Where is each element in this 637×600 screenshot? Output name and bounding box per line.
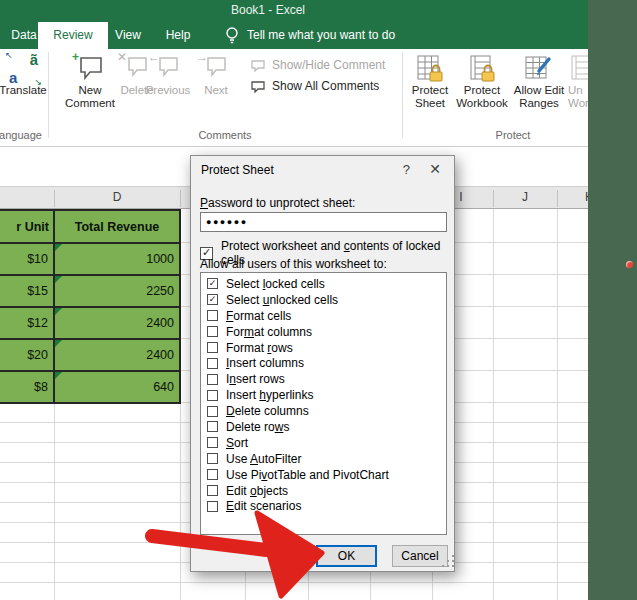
- column-header-separator: [54, 190, 55, 207]
- permission-label: Select locked cells: [226, 277, 325, 291]
- data-table: r UnitTotal Revenue$101000$152250$122400…: [0, 209, 181, 404]
- checkbox-icon[interactable]: [207, 406, 218, 417]
- checkbox-icon[interactable]: [207, 310, 218, 321]
- checkbox-icon[interactable]: [207, 326, 218, 337]
- next-comment-icon: →: [203, 54, 229, 84]
- ribbon-tab-bar: Data Review View Help Tell me what you w…: [0, 22, 637, 49]
- permission-item-delete-columns[interactable]: Delete columns: [201, 403, 446, 419]
- protect-sheet-button[interactable]: Protect Sheet: [407, 54, 453, 110]
- lightbulb-icon: [224, 26, 240, 49]
- password-input[interactable]: ●●●●●●: [200, 212, 447, 232]
- tell-me-box[interactable]: Tell me what you want to do: [247, 22, 395, 49]
- checkbox-icon[interactable]: [207, 437, 218, 448]
- cell-price-row3[interactable]: $12: [0, 308, 53, 338]
- cell-revenue-row4[interactable]: 2400: [55, 340, 179, 370]
- new-comment-button[interactable]: + New Comment: [58, 54, 122, 110]
- cell-header-c[interactable]: r Unit: [0, 211, 53, 242]
- window-title: Book1 - Excel: [188, 3, 348, 17]
- column-header-separator: [557, 190, 558, 207]
- permission-item-select-unlocked-cells[interactable]: ✓Select unlocked cells: [201, 292, 446, 308]
- column-header-D[interactable]: D: [113, 190, 122, 204]
- ribbon-separator: [48, 52, 49, 138]
- allow-edit-ranges-label: Allow Edit: [514, 84, 565, 97]
- show-all-comments-button[interactable]: Show All Comments: [250, 79, 379, 93]
- side-overlay-band: [588, 0, 637, 600]
- permission-item-delete-rows[interactable]: Delete rows: [201, 419, 446, 435]
- cell-revenue-row1[interactable]: 1000: [55, 244, 179, 274]
- permission-label: Sort: [226, 436, 248, 450]
- permission-label: Use PivotTable and PivotChart: [226, 468, 389, 482]
- protect-sheet-label: Sheet: [415, 97, 445, 110]
- dialog-help-button[interactable]: ?: [403, 162, 410, 177]
- cell-revenue-row2[interactable]: 2250: [55, 276, 179, 306]
- column-header-I[interactable]: I: [459, 190, 462, 204]
- cell-header-d[interactable]: Total Revenue: [55, 211, 179, 242]
- protect-sheet-icon: [417, 54, 444, 84]
- permission-label: Delete columns: [226, 404, 309, 418]
- password-value: ●●●●●●: [206, 217, 248, 227]
- cell-revenue-row5[interactable]: 640: [55, 372, 179, 402]
- allow-users-label: Allow all users of this worksheet to:: [200, 257, 387, 271]
- permission-item-sort[interactable]: Sort: [201, 435, 446, 451]
- previous-label: Previous: [146, 84, 191, 97]
- cell-price-row5[interactable]: $8: [0, 372, 53, 402]
- checkbox-icon[interactable]: [207, 421, 218, 432]
- plus-icon: +: [72, 50, 79, 64]
- checkbox-icon[interactable]: [207, 390, 218, 401]
- allow-edit-ranges-button[interactable]: Allow Edit Ranges: [510, 54, 568, 110]
- checkbox-icon[interactable]: [207, 342, 218, 353]
- show-hide-label: Show/Hide Comment: [272, 58, 385, 72]
- permission-item-insert-columns[interactable]: Insert columns: [201, 355, 446, 371]
- previous-comment-button: ← Previous: [145, 54, 191, 97]
- checkbox-icon[interactable]: ✓: [207, 278, 218, 289]
- show-hide-comment-button: Show/Hide Comment: [250, 58, 385, 72]
- dialog-title-bar[interactable]: Protect Sheet ? ✕: [191, 156, 454, 183]
- password-label: Password to unprotect sheet:: [200, 196, 355, 210]
- permission-label: Insert hyperlinks: [226, 388, 313, 402]
- column-header-separator: [493, 190, 494, 207]
- translate-button[interactable]: ↖ãa↘ Translate: [0, 54, 46, 97]
- cell-price-row2[interactable]: $15: [0, 276, 53, 306]
- gridline: [493, 209, 494, 600]
- resize-grip[interactable]: [447, 560, 449, 562]
- permission-label: Format columns: [226, 325, 312, 339]
- dialog-close-button[interactable]: ✕: [429, 161, 441, 177]
- checkbox-icon[interactable]: [207, 501, 218, 512]
- permission-item-format-columns[interactable]: Format columns: [201, 324, 446, 340]
- permission-item-insert-hyperlinks[interactable]: Insert hyperlinks: [201, 387, 446, 403]
- protect-workbook-button[interactable]: Protect Workbook: [453, 54, 511, 110]
- permission-label: Edit objects: [226, 484, 288, 498]
- permission-item-select-locked-cells[interactable]: ✓Select locked cells: [201, 276, 446, 292]
- checkbox-icon[interactable]: ✓: [207, 294, 218, 305]
- cell-flag-triangle: [55, 372, 62, 379]
- cell-revenue-row3[interactable]: 2400: [55, 308, 179, 338]
- permission-item-format-rows[interactable]: Format rows: [201, 340, 446, 356]
- new-comment-label: New: [78, 84, 101, 97]
- x-icon: ✕: [117, 50, 127, 64]
- permission-item-use-pivottable-and-pivotchart[interactable]: Use PivotTable and PivotChart: [201, 467, 446, 483]
- cell-price-row1[interactable]: $10: [0, 244, 53, 274]
- permission-item-edit-scenarios[interactable]: Edit scenarios: [201, 498, 446, 514]
- cancel-button[interactable]: Cancel: [392, 545, 448, 567]
- tab-view[interactable]: View: [110, 22, 146, 49]
- checkbox-icon[interactable]: [207, 469, 218, 480]
- permission-item-insert-rows[interactable]: Insert rows: [201, 371, 446, 387]
- tab-help[interactable]: Help: [160, 22, 196, 49]
- permission-item-edit-objects[interactable]: Edit objects: [201, 483, 446, 499]
- cell-price-row4[interactable]: $20: [0, 340, 53, 370]
- checkbox-icon[interactable]: [207, 374, 218, 385]
- tab-data[interactable]: Data: [8, 22, 40, 49]
- tab-review[interactable]: Review: [38, 22, 108, 49]
- column-header-J[interactable]: J: [522, 190, 528, 204]
- new-comment-icon: +: [75, 54, 105, 84]
- checkbox-icon[interactable]: [207, 358, 218, 369]
- protect-sheet-label: Protect: [412, 84, 448, 97]
- checkbox-icon[interactable]: [207, 485, 218, 496]
- permission-item-use-autofilter[interactable]: Use AutoFilter: [201, 451, 446, 467]
- title-bar: Book1 - Excel: [0, 0, 637, 22]
- ok-button[interactable]: OK: [316, 545, 377, 567]
- cell-flag-triangle: [55, 340, 62, 347]
- permission-item-format-cells[interactable]: Format cells: [201, 308, 446, 324]
- permissions-list[interactable]: ✓Select locked cells✓Select unlocked cel…: [200, 272, 447, 535]
- checkbox-icon[interactable]: [207, 453, 218, 464]
